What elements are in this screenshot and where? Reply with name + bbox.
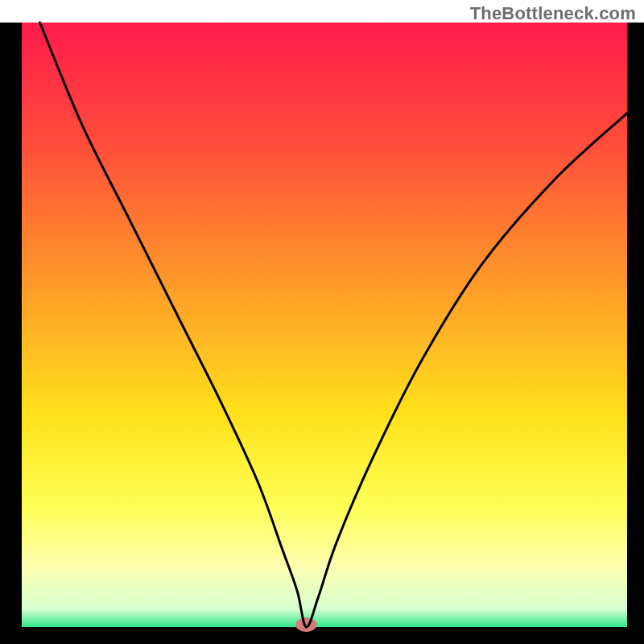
target-marker <box>295 617 316 632</box>
plot-area <box>22 23 627 627</box>
chart-svg <box>0 0 644 644</box>
bottleneck-chart: TheBottleneck.com <box>0 0 644 644</box>
watermark-text: TheBottleneck.com <box>470 3 636 24</box>
